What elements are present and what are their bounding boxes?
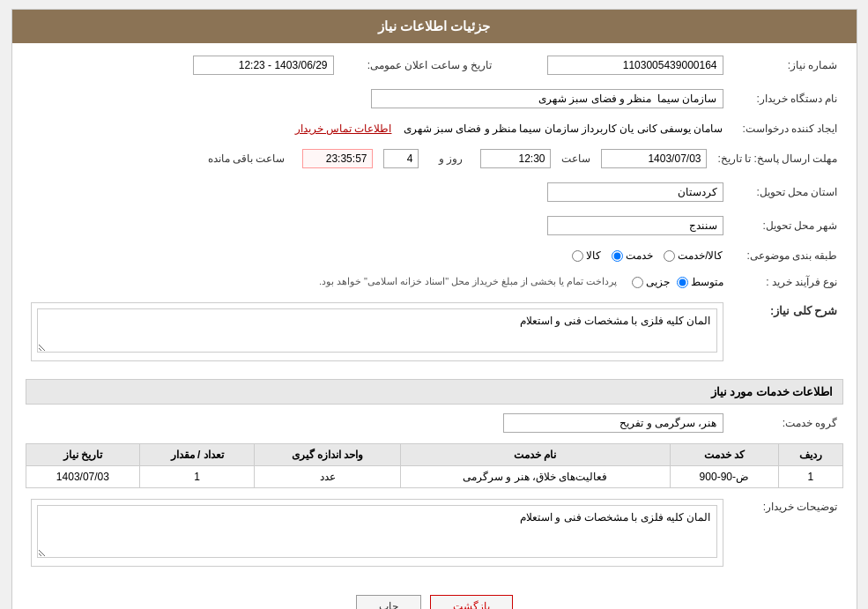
col-tedad: تعداد / مقدار: [140, 444, 255, 466]
radio-khedmat-label: خدمت: [626, 249, 653, 262]
bazgasht-button[interactable]: بازگشت: [430, 595, 513, 609]
baghimande-label: ساعت باقی مانده: [26, 145, 291, 172]
ostan-input[interactable]: [547, 182, 723, 202]
radio-mootasat-label: متوسط: [691, 276, 723, 288]
sharh-niaz-section: [31, 302, 723, 361]
rooz-input[interactable]: [383, 149, 419, 168]
ijadkonande-label: ایجاد کننده درخواست:: [729, 119, 843, 138]
contact-link[interactable]: اطلاعات تماس خریدار: [295, 123, 392, 135]
radio-kala-item: کالا: [572, 249, 601, 262]
tozihat-textarea[interactable]: [37, 505, 717, 558]
info-table-7: طبقه بندی موضوعی: کالا/خدمت خدمت کالا: [26, 246, 843, 265]
tabaqebandi-label: طبقه بندی موضوعی:: [729, 246, 843, 265]
shahr-input[interactable]: [547, 216, 723, 235]
info-table-1: شماره نیاز: تاریخ و ساعت اعلان عمومی:: [26, 52, 843, 78]
radio-kala-khedmat[interactable]: [664, 250, 675, 262]
radio-mootasat-item: متوسط: [677, 276, 723, 288]
info-table-8: نوع فرآیند خرید : متوسط جزیی پرداخت تمام…: [26, 272, 843, 292]
rooz-label: روز و: [424, 145, 468, 172]
taarikh-elaan-label: تاریخ و ساعت اعلان عمومی:: [339, 52, 498, 78]
col-vahed: واحد اندازه گیری: [254, 444, 400, 466]
col-naam-khadamat: نام خدمت: [401, 444, 670, 466]
info-table-6: شهر محل تحویل:: [26, 212, 843, 239]
info-table-5: استان محل تحویل:: [26, 179, 843, 205]
radio-khedmat[interactable]: [612, 250, 623, 262]
grooh-khadamat-label: گروه خدمت:: [729, 410, 843, 436]
col-kod-khadamat: کد خدمت: [670, 444, 779, 466]
namedastgah-label: نام دستگاه خریدار:: [729, 85, 843, 112]
saat-input[interactable]: [480, 149, 551, 168]
radio-kala[interactable]: [572, 250, 583, 262]
taarikh-elaan-input[interactable]: [193, 56, 334, 75]
info-table-tozihat: توضیحات خریدار:: [26, 495, 843, 577]
sharh-niaz-label: شرح کلی نیاز:: [770, 300, 838, 322]
info-table-grooh: گروه خدمت:: [26, 410, 843, 436]
mohlatIrsalPasokh-label: مهلت ارسال پاسخ: تا تاریخ:: [712, 145, 842, 172]
aattalaat-khadamat-header: اطلاعات خدمات مورد نیاز: [26, 379, 843, 405]
radio-jozee-label: جزیی: [646, 276, 670, 288]
chap-button[interactable]: چاپ: [356, 595, 421, 609]
col-radif: ردیف: [779, 444, 842, 466]
mohlatIrsalPasokh-date-input[interactable]: [601, 149, 707, 168]
radio-jozee-item: جزیی: [632, 276, 670, 288]
radio-kala-khedmat-item: کالا/خدمت: [664, 249, 723, 262]
radio-mootasat[interactable]: [677, 277, 688, 288]
radio-khedmat-item: خدمت: [612, 249, 653, 262]
info-table-2: نام دستگاه خریدار:: [26, 85, 843, 112]
info-table-4: مهلت ارسال پاسخ: تا تاریخ: ساعت روز و سا…: [26, 145, 843, 172]
radio-kala-khedmat-label: کالا/خدمت: [678, 249, 723, 262]
shomare-niaz-label: شماره نیاز:: [729, 52, 843, 78]
grooh-khadamat-input[interactable]: [503, 413, 723, 433]
sharh-niaz-textarea[interactable]: [37, 308, 717, 353]
table-row: 1ض-90-900فعالیت‌های خلاق، هنر و سرگرمیعد…: [26, 466, 842, 488]
page-container: جزئیات اطلاعات نیاز شماره نیاز: تاریخ و …: [11, 9, 857, 609]
process-note: پرداخت تمام یا بخشی از مبلغ خریداز محل "…: [319, 276, 618, 288]
shomare-niaz-input[interactable]: [547, 56, 723, 75]
services-table: ردیف کد خدمت نام خدمت واحد اندازه گیری ت…: [26, 443, 843, 488]
tozihat-label: توضیحات خریدار:: [729, 495, 843, 577]
page-header: جزئیات اطلاعات نیاز: [12, 10, 857, 43]
col-taarikh: تاریخ نیاز: [26, 444, 140, 466]
shahr-label: شهر محل تحویل:: [729, 212, 843, 239]
radio-jozee[interactable]: [632, 277, 643, 288]
content-area: شماره نیاز: تاریخ و ساعت اعلان عمومی: نا…: [12, 43, 857, 609]
info-table-3: ایجاد کننده درخواست: سامان یوسفی کانی یا…: [26, 119, 843, 138]
tozihat-section: [31, 499, 723, 567]
button-row: بازگشت چاپ: [26, 584, 843, 609]
ostan-label: استان محل تحویل:: [729, 179, 843, 205]
noe-farayand-label: نوع فرآیند خرید :: [729, 272, 843, 292]
namedastgah-input[interactable]: [371, 89, 723, 108]
tabaqebandi-radio-group: کالا/خدمت خدمت کالا: [572, 249, 723, 262]
radio-kala-label: کالا: [586, 249, 601, 262]
page-title: جزئیات اطلاعات نیاز: [378, 19, 490, 33]
saat-label: ساعت: [556, 145, 596, 172]
info-table-sharh: شرح کلی نیاز:: [26, 299, 843, 372]
ijadkonande-value: سامان یوسفی کانی یان کاربرداز سازمان سیم…: [404, 123, 723, 135]
baghimande-time-input: [302, 149, 373, 168]
noe-farayand-radio-group: متوسط جزیی پرداخت تمام یا بخشی از مبلغ خ…: [319, 276, 723, 288]
